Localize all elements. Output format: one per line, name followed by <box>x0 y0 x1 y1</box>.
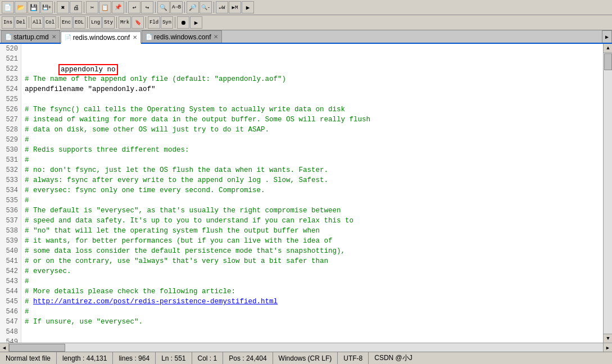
code-line-548 <box>25 327 603 337</box>
status-mode: Normal text file <box>0 352 57 364</box>
toolbar-btn-copy[interactable]: 📋 <box>99 1 111 13</box>
toolbar-btn-play[interactable]: ▶ <box>190 16 202 29</box>
toolbar-btn-record[interactable]: ⏺ <box>177 16 189 29</box>
code-line-537: # speed and data safety. It's up to you … <box>25 216 603 226</box>
toolbar-btn-bookmark[interactable]: 🔖 <box>132 16 144 29</box>
code-line-521: appendonly no <box>25 54 603 64</box>
ln-530: 530 <box>0 145 21 155</box>
ln-524: 524 <box>0 84 21 94</box>
code-line-525 <box>25 94 603 104</box>
status-encoding: UTF-8 <box>338 352 369 364</box>
tab-redis1[interactable]: 📄 redis.windows.conf ✕ <box>61 31 141 44</box>
code-line-547: # If unsure, use "everysec". <box>25 317 603 327</box>
toolbar-btn-zoomin[interactable]: 🔎 <box>187 1 199 13</box>
code-line-538: # "no" that will let the operating syste… <box>25 226 603 236</box>
tab-nav-btn[interactable]: ▶ <box>602 30 612 43</box>
editor-content[interactable]: appendonly no # The name of the append o… <box>21 44 603 343</box>
ln-538: 538 <box>0 226 21 236</box>
toolbar-btn-close[interactable]: ✖ <box>57 1 69 13</box>
tabbar: 📄 startup.cmd ✕ 📄 redis.windows.conf ✕ 📄… <box>0 30 612 44</box>
ln-522: 522 <box>0 64 21 74</box>
hscroll-thumb[interactable] <box>9 344 65 352</box>
ln-527: 527 <box>0 115 21 125</box>
ln-542: 542 <box>0 266 21 276</box>
ln-521: 521 <box>0 54 21 64</box>
toolbar-btn-redo[interactable]: ↪ <box>141 1 153 13</box>
code-line-533: # always: fsync after every write to the… <box>25 175 603 185</box>
toolbar-btn-macro[interactable]: ▶M <box>229 1 241 13</box>
scroll-up-btn[interactable]: ▲ <box>604 44 612 53</box>
toolbar-btn-open[interactable]: 📂 <box>15 1 27 13</box>
code-line-543: # <box>25 276 603 286</box>
status-col: Col : 1 <box>192 352 224 364</box>
ln-535: 535 <box>0 195 21 206</box>
code-line-542: # everysec. <box>25 266 603 276</box>
toolbar-btn-delete[interactable]: Del <box>15 16 27 29</box>
ln-528: 528 <box>0 125 21 135</box>
code-line-530: # Redis supports three different modes: <box>25 145 603 155</box>
tab-close-redis2[interactable]: ✕ <box>214 34 218 40</box>
tab-close-startup[interactable]: ✕ <box>52 34 56 40</box>
toolbar-btn-find[interactable]: 🔍 <box>157 1 170 13</box>
code-line-532: # no: don't fsync, just let the OS flush… <box>25 165 603 175</box>
tab-icon-startup: 📄 <box>5 34 12 40</box>
toolbar-btn-eol[interactable]: EOL <box>73 16 85 29</box>
code-line-524: appendfilename "appendonly.aof" <box>25 84 603 94</box>
code-line-529: # <box>25 135 603 145</box>
toolbar-btn-saveall[interactable]: 💾+ <box>40 1 53 13</box>
code-line-549 <box>25 337 603 343</box>
tab-icon-redis1: 📄 <box>65 34 71 40</box>
scroll-left-btn[interactable]: ◀ <box>0 343 9 352</box>
ln-548: 548 <box>0 327 21 337</box>
code-line-535: # <box>25 195 603 206</box>
toolbar-btn-new[interactable]: 📄 <box>2 1 14 13</box>
toolbar-btn-run[interactable]: ▶ <box>242 1 254 13</box>
tab-close-redis1[interactable]: ✕ <box>133 34 137 40</box>
scroll-right-btn[interactable]: ▶ <box>603 343 612 352</box>
toolbar-btn-selectall[interactable]: All <box>31 16 43 29</box>
toolbar-btn-save[interactable]: 💾 <box>28 1 40 13</box>
toolbar-btn-fold[interactable]: Fld <box>148 16 160 29</box>
app-window: 📄 📂 💾 💾+ ✖ 🖨 ✂ 📋 📌 ↩ ↪ 🔍 A→B 🔎 🔍- ↵W ▶M … <box>0 0 612 364</box>
toolbar-btn-undo[interactable]: ↩ <box>128 1 140 13</box>
ln-531: 531 <box>0 155 21 165</box>
tab-startup[interactable]: 📄 startup.cmd ✕ <box>1 30 60 43</box>
toolbar-btn-cut[interactable]: ✂ <box>86 1 98 13</box>
ln-544: 544 <box>0 286 21 297</box>
toolbar-btn-lang[interactable]: Lng <box>89 16 102 29</box>
code-line-527: # instead of waiting for more data in th… <box>25 115 603 125</box>
scrollbar-horizontal[interactable]: ◀ ▶ <box>0 343 612 352</box>
code-line-541: # or on the contrary, use "always" that'… <box>25 256 603 266</box>
scroll-thumb[interactable] <box>604 53 612 70</box>
toolbar-btn-print[interactable]: 🖨 <box>70 1 82 13</box>
status-pos: Pos : 24,404 <box>223 352 273 364</box>
code-line-520 <box>25 44 603 54</box>
tab-redis2[interactable]: 📄 redis.windows.conf ✕ <box>142 30 222 43</box>
toolbar-btn-zoomout[interactable]: 🔍- <box>200 1 212 13</box>
scrollbar-vertical[interactable]: ▲ ▼ <box>603 44 612 343</box>
toolbar-btn-replace[interactable]: A→B <box>170 1 183 13</box>
toolbar-btn-wrap[interactable]: ↵W <box>216 1 228 13</box>
toolbar-btn-sync[interactable]: Syn <box>161 16 173 29</box>
toolbar-btn-encoding[interactable]: Enc <box>60 16 72 29</box>
ln-541: 541 <box>0 256 21 266</box>
toolbar-btn-col[interactable]: Col <box>44 16 56 29</box>
tab-label-redis1: redis.windows.conf <box>73 34 130 42</box>
ln-543: 543 <box>0 276 21 286</box>
ln-537: 537 <box>0 216 21 226</box>
link-antirez[interactable]: http://antirez.com/post/redis-persistenc… <box>33 298 278 306</box>
scroll-down-btn[interactable]: ▼ <box>604 334 612 343</box>
editor-area: 520 521 522 523 524 525 526 527 528 529 … <box>0 44 612 343</box>
statusbar: Normal text file length : 44,131 lines :… <box>0 352 612 364</box>
highlight-appendonly: appendonly no <box>58 64 118 75</box>
code-line-528: # data on disk, some other OS will just … <box>25 125 603 135</box>
ln-523: 523 <box>0 74 21 84</box>
code-line-539: # it wants, for better performances (but… <box>25 236 603 246</box>
toolbar-btn-insert[interactable]: Ins <box>2 16 14 29</box>
toolbar-btn-style[interactable]: Sty <box>102 16 115 29</box>
toolbar-btn-paste[interactable]: 📌 <box>112 1 124 13</box>
ln-520: 520 <box>0 44 21 54</box>
toolbar-btn-mark[interactable]: Mrk <box>119 16 131 29</box>
toolbar-row1: 📄 📂 💾 💾+ ✖ 🖨 ✂ 📋 📌 ↩ ↪ 🔍 A→B 🔎 🔍- ↵W ▶M … <box>0 0 612 15</box>
tab-label-redis2: redis.windows.conf <box>154 33 211 41</box>
